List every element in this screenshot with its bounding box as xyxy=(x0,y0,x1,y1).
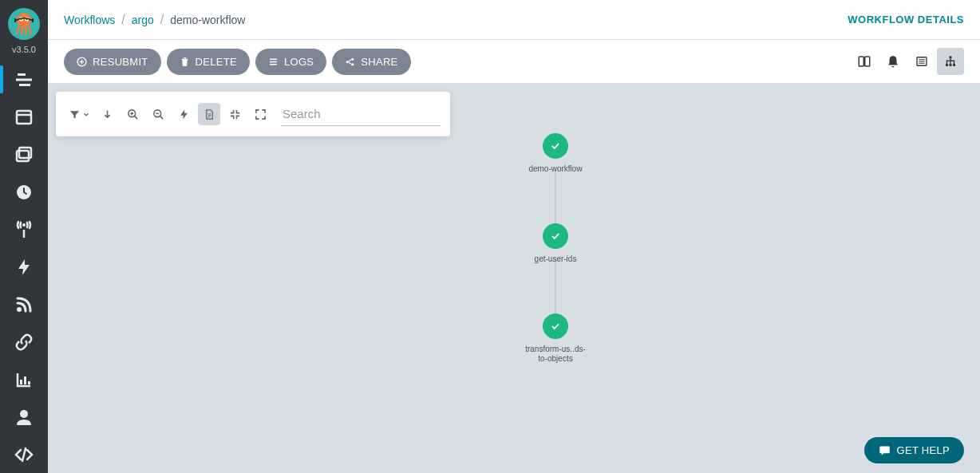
svg-rect-19 xyxy=(28,381,30,384)
check-icon xyxy=(550,231,561,242)
sidebar-item-sensors[interactable] xyxy=(0,211,48,248)
breadcrumb-root[interactable]: Workflows xyxy=(64,14,115,26)
sidebar-item-cluster-templates[interactable] xyxy=(0,136,48,173)
svg-rect-5 xyxy=(14,18,16,22)
windows-icon xyxy=(14,145,34,164)
plus-circle-icon xyxy=(77,57,87,67)
svg-point-15 xyxy=(22,223,26,227)
node-label: get-user-ids xyxy=(524,254,587,264)
svg-rect-25 xyxy=(859,57,863,66)
node-label: transform-us..ds-to-objects xyxy=(524,345,587,364)
chart-icon xyxy=(14,370,34,389)
sidebar-item-templates[interactable] xyxy=(0,98,48,136)
help-label: GET HELP xyxy=(897,444,950,456)
svg-rect-10 xyxy=(17,111,31,124)
svg-point-20 xyxy=(20,410,28,418)
list-view-button[interactable] xyxy=(908,48,935,75)
workflow-graph: demo-workflow get-user-ids transform-us.… xyxy=(48,84,980,473)
sidebar-item-plugins[interactable] xyxy=(0,323,48,361)
workflow-details-link[interactable]: WORKFLOW DETAILS xyxy=(848,14,964,26)
breadcrumb-current: demo-workflow xyxy=(170,14,245,26)
logo-area: v3.5.0 xyxy=(0,0,48,61)
svg-rect-9 xyxy=(19,84,30,86)
trash-icon xyxy=(180,57,190,67)
sidebar: v3.5.0 xyxy=(0,0,48,473)
logs-button[interactable]: LOGS xyxy=(255,49,326,75)
svg-rect-18 xyxy=(24,376,26,384)
sidebar-item-workflows[interactable] xyxy=(0,61,48,98)
sidebar-item-user[interactable] xyxy=(0,398,48,436)
share-icon xyxy=(345,57,355,67)
clock-icon xyxy=(14,183,34,202)
sidebar-item-events[interactable] xyxy=(0,248,48,286)
svg-rect-30 xyxy=(950,64,952,66)
sidebar-item-reports[interactable] xyxy=(0,361,48,398)
sidebar-item-eventflow[interactable] xyxy=(0,286,48,323)
action-buttons: RESUBMIT DELETE LOGS SHARE xyxy=(64,49,411,75)
breadcrumb-bar: Workflows / argo / demo-workflow WORKFLO… xyxy=(48,0,980,40)
sitemap-icon xyxy=(943,54,958,69)
list-icon xyxy=(915,54,929,69)
bars-icon xyxy=(268,57,279,67)
svg-point-22 xyxy=(346,60,349,62)
breadcrumb-namespace[interactable]: argo xyxy=(132,14,154,26)
notifications-button[interactable] xyxy=(879,48,907,75)
logs-label: LOGS xyxy=(284,56,314,68)
graph-edge xyxy=(555,258,556,315)
version-label: v3.5.0 xyxy=(12,45,36,54)
node-label: demo-workflow xyxy=(524,164,587,174)
svg-rect-17 xyxy=(20,380,22,384)
resubmit-button[interactable]: RESUBMIT xyxy=(64,49,161,75)
svg-rect-31 xyxy=(953,64,955,66)
delete-label: DELETE xyxy=(196,56,237,68)
bolt-icon xyxy=(14,258,34,277)
graph-canvas[interactable]: demo-workflow get-user-ids transform-us.… xyxy=(48,84,980,473)
chat-icon xyxy=(879,444,891,456)
svg-point-24 xyxy=(351,63,354,65)
graph-node[interactable]: transform-us..ds-to-objects xyxy=(516,313,595,364)
node-status-success xyxy=(543,133,568,159)
columns-view-button[interactable] xyxy=(851,48,878,75)
delete-button[interactable]: DELETE xyxy=(167,49,250,75)
node-status-success xyxy=(543,313,568,339)
svg-point-23 xyxy=(351,57,354,60)
bell-icon xyxy=(886,54,900,69)
argo-logo[interactable] xyxy=(8,8,40,40)
graph-node[interactable]: get-user-ids xyxy=(516,223,595,264)
svg-rect-7 xyxy=(18,73,26,76)
feed-icon xyxy=(14,295,34,314)
share-label: SHARE xyxy=(361,56,397,68)
sidebar-item-cron[interactable] xyxy=(0,173,48,211)
view-controls xyxy=(851,48,964,75)
get-help-button[interactable]: GET HELP xyxy=(864,437,964,463)
link-icon xyxy=(14,333,34,352)
breadcrumb-sep: / xyxy=(160,13,164,27)
sidebar-item-api[interactable] xyxy=(0,436,48,473)
svg-rect-8 xyxy=(16,78,32,81)
user-icon xyxy=(14,408,34,427)
code-icon xyxy=(14,445,34,464)
check-icon xyxy=(550,140,561,152)
graph-node-root[interactable]: demo-workflow xyxy=(516,133,595,174)
svg-rect-29 xyxy=(946,64,948,66)
check-icon xyxy=(550,321,561,332)
sidebar-nav xyxy=(0,61,48,473)
breadcrumb-sep: / xyxy=(121,13,124,27)
node-status-success xyxy=(543,223,568,249)
broadcast-icon xyxy=(14,220,34,239)
svg-point-16 xyxy=(17,307,22,312)
breadcrumb: Workflows / argo / demo-workflow xyxy=(64,13,245,27)
svg-rect-6 xyxy=(32,18,34,22)
action-bar: RESUBMIT DELETE LOGS SHARE xyxy=(48,40,980,84)
graph-view-button[interactable] xyxy=(937,48,964,75)
octopus-icon xyxy=(11,11,37,37)
share-button[interactable]: SHARE xyxy=(332,49,410,75)
window-icon xyxy=(14,108,34,127)
columns-icon xyxy=(857,54,871,69)
graph-edge xyxy=(555,168,556,225)
svg-rect-26 xyxy=(865,57,870,66)
stream-icon xyxy=(14,70,34,89)
resubmit-label: RESUBMIT xyxy=(93,56,148,68)
svg-rect-28 xyxy=(950,56,952,58)
main-area: Workflows / argo / demo-workflow WORKFLO… xyxy=(48,0,980,473)
